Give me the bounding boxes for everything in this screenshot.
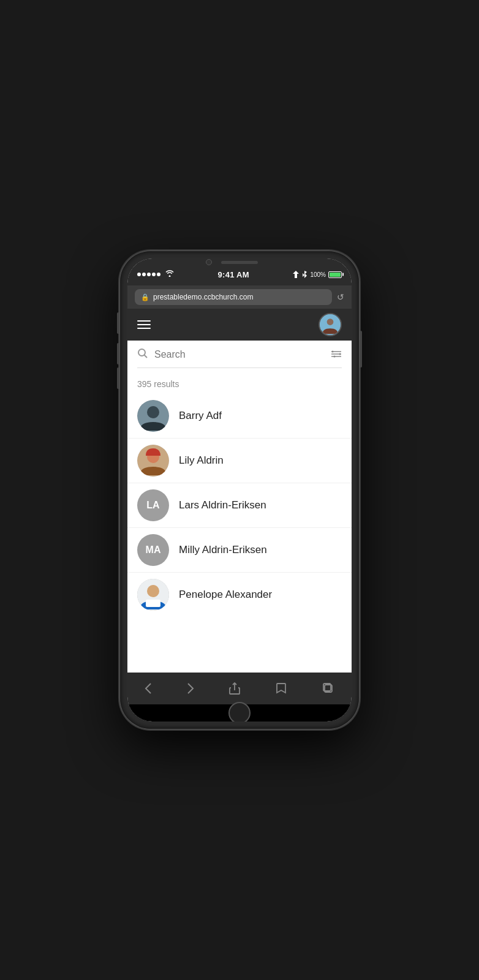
person-name: Barry Adf <box>179 410 222 422</box>
phone-screen: 9:41 AM 100% <box>127 258 352 722</box>
wifi-icon <box>165 270 174 279</box>
lock-icon: 🔒 <box>141 293 149 301</box>
avatar <box>137 400 169 432</box>
avatar: LA <box>137 489 169 521</box>
search-container <box>127 341 352 368</box>
signal-dot-3 <box>147 273 151 276</box>
content-area: 395 results Barry Adf <box>127 341 352 673</box>
battery-indicator <box>328 271 342 278</box>
hamburger-menu[interactable] <box>137 320 151 329</box>
hamburger-line-3 <box>137 328 151 329</box>
tabs-button[interactable] <box>317 677 339 699</box>
signal-dot-5 <box>157 273 160 276</box>
svg-point-17 <box>147 406 159 418</box>
share-button[interactable] <box>224 677 245 700</box>
camera <box>206 259 212 265</box>
list-item[interactable]: Lily Aldrin <box>127 439 352 483</box>
battery-fill <box>330 273 341 277</box>
browser-bottom-bar <box>127 673 352 704</box>
hamburger-line-1 <box>137 320 151 322</box>
user-avatar-image <box>320 314 341 335</box>
home-indicator <box>127 704 352 722</box>
battery-shell <box>328 271 342 278</box>
person-name: Milly Aldrin-Eriksen <box>179 544 267 556</box>
avatar <box>137 579 169 611</box>
svg-line-3 <box>145 355 148 358</box>
list-item[interactable]: MA Milly Aldrin-Eriksen <box>127 528 352 573</box>
reload-icon[interactable]: ↺ <box>337 292 344 302</box>
status-battery: 100% <box>293 271 342 278</box>
back-button[interactable] <box>140 677 157 699</box>
location-icon <box>293 271 299 278</box>
url-bar: 🔒 prestabledemo.ccbchurch.com ↺ <box>127 285 352 309</box>
person-name: Lars Aldrin-Eriksen <box>179 499 266 511</box>
avatar: MA <box>137 534 169 566</box>
battery-percent: 100% <box>310 271 326 278</box>
person-name: Penelope Alexander <box>179 589 272 601</box>
avatar-initials: LA <box>146 500 159 511</box>
svg-point-15 <box>334 355 336 357</box>
url-input[interactable]: 🔒 prestabledemo.ccbchurch.com <box>135 289 332 305</box>
search-input[interactable] <box>154 349 325 360</box>
results-count: 395 results <box>127 368 352 394</box>
signal-dot-2 <box>142 273 146 276</box>
status-time: 9:41 AM <box>217 270 249 279</box>
list-item[interactable]: Barry Adf <box>127 394 352 439</box>
url-text: prestabledemo.ccbchurch.com <box>153 293 326 301</box>
search-bar <box>137 348 342 368</box>
svg-point-11 <box>339 353 341 355</box>
hamburger-line-2 <box>137 324 151 325</box>
speaker <box>221 261 258 264</box>
svg-point-21 <box>147 585 159 597</box>
avatar <box>137 445 169 477</box>
bookmarks-button[interactable] <box>270 677 292 699</box>
search-icon <box>137 348 148 361</box>
status-signal <box>137 270 174 279</box>
home-button[interactable] <box>228 702 251 722</box>
svg-point-1 <box>327 318 334 325</box>
signal-dots <box>137 273 160 276</box>
svg-point-2 <box>138 349 145 356</box>
avatar-initials: MA <box>146 545 161 556</box>
person-list: Barry Adf Lil <box>127 394 352 673</box>
signal-dot-4 <box>152 273 156 276</box>
svg-point-7 <box>332 350 334 352</box>
bluetooth-icon <box>301 271 307 278</box>
app-header <box>127 309 352 341</box>
filter-icon[interactable] <box>331 349 342 361</box>
phone-frame: 9:41 AM 100% <box>120 251 359 729</box>
person-name: Lily Aldrin <box>179 454 224 467</box>
forward-button[interactable] <box>182 677 199 699</box>
user-avatar[interactable] <box>319 313 342 336</box>
svg-rect-22 <box>146 600 160 607</box>
list-item[interactable]: Penelope Alexander <box>127 573 352 617</box>
signal-dot-1 <box>137 273 141 276</box>
list-item[interactable]: LA Lars Aldrin-Eriksen <box>127 483 352 528</box>
